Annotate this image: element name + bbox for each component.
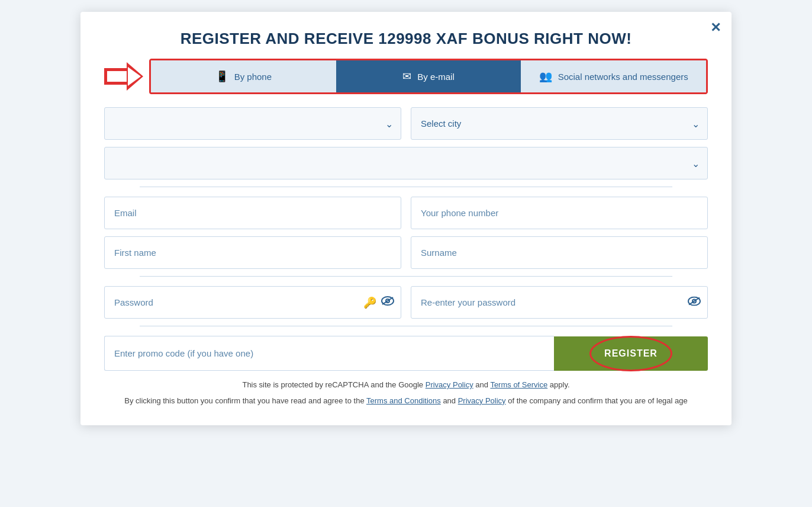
currency-select-group: ⌄: [104, 147, 708, 179]
social-icon: 👥: [539, 70, 552, 83]
name-row: [104, 236, 708, 269]
tabs-wrapper: 📱 By phone ✉ By e-mail 👥 Social networks…: [104, 59, 708, 94]
arrow-head: [127, 62, 143, 91]
register-button[interactable]: REGISTER: [554, 336, 708, 371]
close-button[interactable]: ✕: [710, 20, 721, 36]
currency-row: ⌄: [104, 147, 708, 179]
email-input[interactable]: [104, 197, 401, 229]
divider-1: [140, 187, 672, 187]
city-select[interactable]: Select city: [411, 107, 708, 140]
email-icon: ✉: [402, 70, 411, 83]
divider-3: [140, 326, 672, 326]
phone-group: [411, 197, 708, 229]
password-icons: 🔑: [363, 296, 394, 309]
privacy-link[interactable]: Privacy Policy: [458, 396, 506, 405]
country-city-row: ⌄ Select city ⌄: [104, 107, 708, 140]
svg-line-2: [382, 297, 393, 304]
register-button-wrap: REGISTER: [554, 336, 708, 371]
divider-2: [140, 276, 672, 277]
modal-title: REGISTER AND RECEIVE 129998 XAF BONUS RI…: [104, 30, 708, 48]
email-phone-row: [104, 197, 708, 229]
terms-of-service-link[interactable]: Terms of Service: [490, 380, 547, 389]
password-row: 🔑: [104, 286, 708, 319]
terms-footer: By clicking this button you confirm that…: [104, 395, 708, 407]
tab-by-phone[interactable]: 📱 By phone: [151, 60, 336, 92]
privacy-policy-link[interactable]: Privacy Policy: [426, 380, 473, 389]
repassword-group: [411, 286, 708, 319]
tab-by-email[interactable]: ✉ By e-mail: [336, 60, 521, 92]
promo-register-row: REGISTER: [104, 336, 708, 371]
phone-input[interactable]: [411, 197, 708, 229]
arrow-body: [104, 68, 127, 85]
svg-line-5: [689, 297, 700, 304]
phone-icon: 📱: [215, 70, 228, 83]
key-icon[interactable]: 🔑: [363, 296, 376, 309]
promo-input[interactable]: [104, 336, 554, 371]
repassword-icons: [688, 296, 701, 309]
terms-conditions-link[interactable]: Terms and Conditions: [366, 396, 441, 405]
repassword-input[interactable]: [411, 286, 708, 319]
country-select[interactable]: [104, 107, 401, 140]
tab-social[interactable]: 👥 Social networks and messengers: [521, 60, 706, 92]
registration-tabs: 📱 By phone ✉ By e-mail 👥 Social networks…: [149, 59, 708, 94]
city-select-group: Select city ⌄: [411, 107, 708, 140]
email-group: [104, 197, 401, 229]
surname-input[interactable]: [411, 236, 708, 269]
surname-group: [411, 236, 708, 269]
arrow-indicator: [104, 62, 143, 91]
show-password-icon[interactable]: [381, 296, 394, 309]
firstname-input[interactable]: [104, 236, 401, 269]
show-repassword-icon[interactable]: [688, 296, 701, 309]
register-modal: ✕ REGISTER AND RECEIVE 129998 XAF BONUS …: [80, 12, 732, 425]
currency-select[interactable]: [104, 147, 708, 179]
password-group: 🔑: [104, 286, 401, 319]
recaptcha-footer: This site is protected by reCAPTCHA and …: [104, 379, 708, 392]
country-select-group: ⌄: [104, 107, 401, 140]
password-input[interactable]: [104, 286, 401, 319]
firstname-group: [104, 236, 401, 269]
